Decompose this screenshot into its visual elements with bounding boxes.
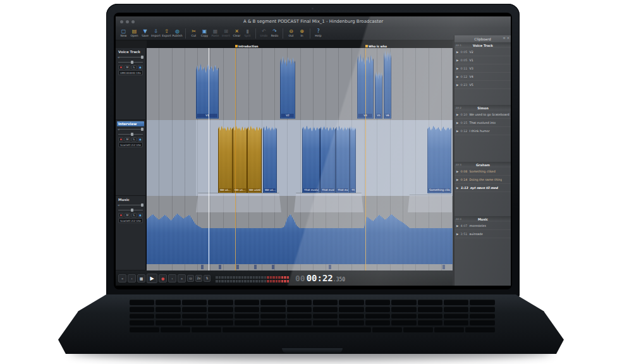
play-icon[interactable]: ▶ (456, 121, 458, 124)
play-icon[interactable]: ▶ (456, 178, 458, 181)
input-device-dropdown[interactable]: Scarlett 2i2 USB ▾ (118, 142, 143, 147)
audio-clip-interview[interactable]: We us... (263, 125, 277, 193)
track-name[interactable]: Voice Track (117, 49, 144, 54)
volume-thumb[interactable] (131, 133, 133, 136)
mute-button[interactable]: M (125, 213, 130, 217)
toolbar-button[interactable]: ✕ Clear (231, 28, 242, 38)
record-arm-button[interactable] (118, 65, 123, 70)
record-arm-button[interactable] (118, 137, 123, 142)
play-icon[interactable]: ▶ (456, 130, 458, 133)
record-arm-button[interactable] (118, 213, 123, 217)
pan-slider[interactable]: ◂ (118, 127, 143, 131)
lane-voice-track[interactable] (147, 48, 453, 121)
volume-slider[interactable] (118, 132, 143, 136)
toolbar-button[interactable]: ✂ Cut (188, 28, 199, 38)
playback-speed-button[interactable]: 2x (195, 275, 202, 282)
audio-clip-interview[interactable]: Tha... (350, 125, 356, 193)
rewind-button[interactable]: ‹ (128, 274, 136, 282)
play-icon[interactable]: ▶ (456, 67, 458, 70)
clipboard-group-header[interactable]: Alt-1 Voice Track (454, 42, 511, 48)
multitrack-timeline[interactable]: V1 V2 V4 V5 V6 We us... We us... We used… (147, 48, 453, 270)
toolbar-button[interactable]: ▢ New (118, 28, 129, 38)
mute-button[interactable]: M (125, 137, 130, 142)
pan-thumb[interactable] (141, 128, 143, 131)
track-header-music[interactable]: Music ◂ M S ▣ Scarlett 2i2 USB ▾ (116, 196, 145, 270)
play-icon[interactable]: ▶ (456, 233, 458, 236)
marker-introduction[interactable]: Introduction (235, 44, 258, 48)
go-to-start-button[interactable]: « (118, 274, 126, 282)
monitor-button[interactable]: ▣ (138, 213, 143, 217)
panel-close-icon[interactable]: ✕ (507, 36, 509, 40)
track-name[interactable]: Music (117, 197, 144, 202)
track-header-interview[interactable]: Interview ◂ M S ▣ Scarlett 2i2 USB ▾ (116, 120, 145, 196)
marker-who-is-who[interactable]: Who is who (365, 44, 387, 48)
toolbar-button[interactable]: ⇩ Import (150, 28, 161, 38)
volume-thumb[interactable] (131, 61, 133, 64)
clipboard-item[interactable]: ▶ 0:05 V1 (454, 56, 511, 64)
pan-thumb[interactable] (141, 56, 143, 59)
clipboard-item[interactable]: ▶ 0:10 We used to go Scateboarding (454, 111, 511, 119)
solo-button[interactable]: S (131, 65, 137, 70)
playhead[interactable] (209, 48, 209, 270)
toolbar-button[interactable]: ↶ Undo (259, 28, 269, 38)
audio-clip-interview[interactable]: We used... (247, 125, 262, 193)
audio-clip-interview[interactable]: That evolved i... (336, 125, 350, 193)
solo-button[interactable]: S (131, 137, 137, 142)
clipboard-item[interactable]: ▶ 0:11 V3 (454, 64, 511, 73)
toolbar-button[interactable]: ▮ Split (242, 28, 253, 38)
audio-clip-interview[interactable]: Something cliked (427, 125, 451, 193)
stop-button[interactable]: ■ (137, 274, 145, 282)
volume-envelope-dip[interactable] (408, 195, 452, 212)
toolbar-button[interactable]: ? Help (313, 28, 324, 38)
toolbar-button[interactable]: ▤ Open (129, 28, 140, 38)
monitor-button[interactable]: ▣ (138, 65, 143, 70)
clipboard-item[interactable]: ▶ 0:15 That evolved into (454, 119, 511, 127)
clipboard-item[interactable]: ▶ 0:05 V2 (454, 48, 511, 56)
speed-stepper[interactable]: ⇅ (204, 275, 210, 282)
monitor-button[interactable]: ▣ (138, 137, 143, 142)
clipboard-item[interactable]: ▶ 0:23 V5 (454, 81, 511, 89)
volume-envelope-dip[interactable] (294, 193, 363, 212)
pan-thumb[interactable] (141, 203, 143, 207)
clipboard-item[interactable]: ▶ 3:51 avinsade (454, 230, 511, 238)
audio-clip-interview[interactable]: We us... (218, 125, 233, 193)
record-button[interactable]: ● (159, 274, 167, 282)
toolbar-button[interactable]: ⊖ Out (286, 28, 296, 38)
toolbar-button[interactable]: ▼ Save (140, 28, 150, 38)
play-icon[interactable]: ▶ (456, 75, 458, 78)
toolbar-button[interactable]: ⇧ Export (161, 28, 172, 38)
clipboard-item[interactable]: ▶ 0:08 Something cliked (454, 167, 511, 176)
play-icon[interactable]: ▶ (456, 224, 458, 228)
clipboard-group-header[interactable]: Alt-2 Simon (454, 105, 511, 111)
solo-button[interactable]: S (131, 213, 137, 217)
audio-clip-v2[interactable]: V2 (280, 56, 295, 119)
volume-slider[interactable] (118, 208, 143, 212)
loop-button[interactable]: ▭ (187, 275, 194, 282)
panel-menu-icon[interactable]: ≡ (503, 36, 506, 40)
toolbar-button[interactable]: ↷ Redo (269, 28, 280, 38)
clipboard-item[interactable]: ▶ 0:12 I think humor (454, 127, 511, 135)
audio-clip-interview[interactable]: That evolved into (320, 125, 336, 193)
toolbar-button[interactable]: ▣ Copy (199, 28, 210, 38)
mute-button[interactable]: M (125, 65, 130, 70)
input-device-dropdown[interactable]: UMC404HD 192k ▾ (118, 70, 143, 75)
clipboard-item[interactable]: ▶ 0:14 Doing the same thing (454, 176, 511, 184)
play-icon[interactable]: ▶ (456, 186, 458, 190)
toolbar-button[interactable]: ◍ Publish (172, 28, 183, 38)
play-icon[interactable]: ▶ (456, 59, 458, 62)
toolbar-button[interactable]: ▦ Paste (210, 28, 221, 38)
pan-slider[interactable]: ◂ (118, 203, 143, 207)
go-to-end-button[interactable]: » (178, 274, 186, 282)
volume-slider[interactable] (118, 60, 143, 64)
audio-clip-v5[interactable]: V5 (375, 71, 382, 119)
audio-clip-v6[interactable]: V6 (384, 49, 391, 119)
clipboard-item[interactable]: ▶ 1:13 nyt navn til med (454, 184, 511, 192)
volume-thumb[interactable] (131, 209, 133, 212)
play-button[interactable]: ▶ (147, 274, 157, 283)
play-icon[interactable]: ▶ (456, 83, 458, 87)
pan-slider[interactable]: ◂ (118, 55, 143, 59)
audio-clip-v1[interactable]: V1 (196, 63, 219, 119)
input-device-dropdown[interactable]: Scarlett 2i2 USB ▾ (118, 218, 143, 223)
play-icon[interactable]: ▶ (456, 113, 458, 116)
audio-clip-interview[interactable]: That evolved i... (302, 125, 320, 193)
